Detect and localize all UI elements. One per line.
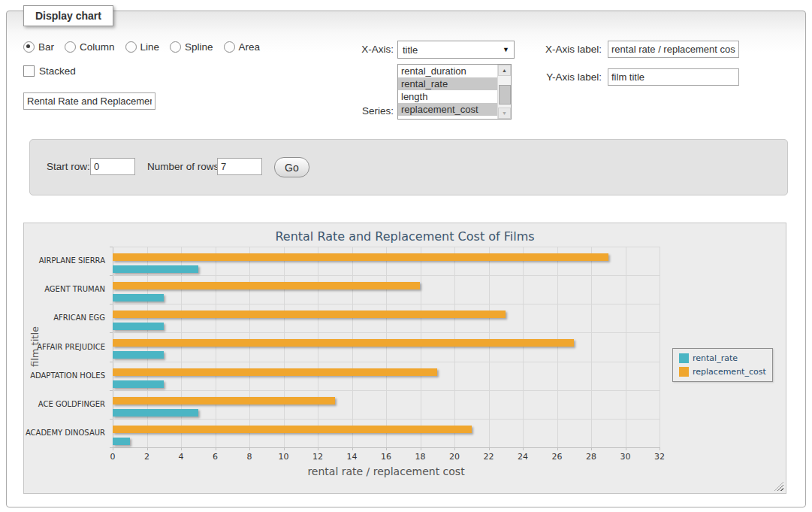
gridline xyxy=(454,247,455,447)
category-tick xyxy=(110,247,113,247)
x-tick-label: 30 xyxy=(620,452,631,462)
radio-icon[interactable] xyxy=(125,41,137,53)
bar-rental_rate[interactable] xyxy=(113,265,198,273)
gridline xyxy=(249,247,250,447)
x-axis-tick xyxy=(216,447,216,450)
legend-item-rental_rate[interactable]: rental_rate xyxy=(679,353,766,363)
x-axis-tick xyxy=(489,447,490,450)
bar-replacement_cost[interactable] xyxy=(113,339,574,347)
gridline xyxy=(113,419,660,420)
x-tick-label: 20 xyxy=(449,452,460,462)
legend-label: rental_rate xyxy=(693,353,738,363)
bar-rental_rate[interactable] xyxy=(113,351,164,359)
bar-replacement_cost[interactable] xyxy=(113,397,335,404)
series-option-rental_duration[interactable]: rental_duration xyxy=(398,65,498,77)
x-axis-tick xyxy=(318,447,318,450)
gridline xyxy=(386,247,387,447)
go-button[interactable]: Go xyxy=(274,157,309,177)
fieldset-legend: Display chart xyxy=(23,5,113,26)
gridline xyxy=(421,247,421,447)
bar-rental_rate[interactable] xyxy=(113,323,164,330)
radio-icon[interactable] xyxy=(23,41,35,53)
radio-icon[interactable] xyxy=(224,41,235,53)
x-axis-tick xyxy=(660,447,660,450)
start-row-input[interactable] xyxy=(90,158,135,175)
radio-label: Bar xyxy=(38,41,54,53)
stacked-checkbox-icon[interactable] xyxy=(23,65,35,77)
chart-type-option-area[interactable]: Area xyxy=(224,41,261,53)
chart-title-input[interactable] xyxy=(23,92,155,110)
category-tick xyxy=(110,362,113,362)
x-tick-label: 22 xyxy=(484,452,494,462)
category-label: ADAPTATION HOLES xyxy=(24,371,105,380)
category-tick xyxy=(110,304,113,304)
stacked-checkbox-row[interactable]: Stacked xyxy=(23,65,76,77)
resize-grip-icon[interactable] xyxy=(774,482,783,491)
y-axis-label-input[interactable] xyxy=(608,68,739,86)
radio-label: Line xyxy=(140,41,160,53)
radio-icon[interactable] xyxy=(65,41,76,53)
radio-label: Column xyxy=(80,41,115,53)
legend-swatch xyxy=(679,367,689,377)
gridline xyxy=(591,247,592,447)
category-tick xyxy=(110,332,113,333)
chart-type-option-line[interactable]: Line xyxy=(125,41,160,53)
category-label: ACE GOLDFINGER xyxy=(24,400,105,408)
gridline xyxy=(489,247,490,447)
bar-rental_rate[interactable] xyxy=(113,294,164,301)
chart-type-option-spline[interactable]: Spline xyxy=(170,41,213,53)
legend-swatch xyxy=(679,353,689,363)
bar-replacement_cost[interactable] xyxy=(113,282,420,289)
x-axis-title: rental rate / replacement cost xyxy=(307,465,464,477)
gridline xyxy=(216,247,216,447)
bar-rental_rate[interactable] xyxy=(113,409,198,417)
x-tick-label: 10 xyxy=(279,452,289,462)
number-of-rows-input[interactable] xyxy=(217,158,262,175)
x-axis-tick xyxy=(591,447,592,450)
series-option-rental_rate[interactable]: rental_rate xyxy=(398,77,498,90)
x-axis-label-input[interactable] xyxy=(608,41,739,58)
x-axis-tick xyxy=(181,447,182,450)
bar-replacement_cost[interactable] xyxy=(113,426,472,433)
x-axis-tick xyxy=(147,447,148,450)
chart-type-option-bar[interactable]: Bar xyxy=(23,41,54,53)
radio-label: Area xyxy=(239,41,261,53)
radio-icon[interactable] xyxy=(170,41,181,53)
gridline xyxy=(660,247,660,447)
gridline xyxy=(523,247,524,447)
x-tick-label: 8 xyxy=(247,452,252,462)
legend-item-replacement_cost[interactable]: replacement_cost xyxy=(679,367,766,377)
x-axis-tick xyxy=(386,447,387,450)
x-axis-tick xyxy=(454,447,455,450)
chart-title: Rental Rate and Replacement Cost of Film… xyxy=(24,229,786,244)
gridline xyxy=(113,275,660,276)
display-chart-page: Display chart BarColumnLineSplineArea St… xyxy=(0,0,812,512)
gridline xyxy=(113,390,660,391)
scroll-down-icon[interactable]: ▼ xyxy=(498,108,511,119)
gridline xyxy=(352,247,353,447)
bar-replacement_cost[interactable] xyxy=(113,253,608,261)
gridline xyxy=(113,332,660,333)
x-tick-label: 0 xyxy=(110,452,116,462)
category-tick xyxy=(110,275,113,276)
scrollbar-thumb[interactable] xyxy=(499,85,511,105)
series-select-label: Series: xyxy=(326,105,394,117)
bar-replacement_cost[interactable] xyxy=(113,311,506,318)
legend-label: replacement_cost xyxy=(693,367,766,377)
chart-type-option-column[interactable]: Column xyxy=(65,41,115,53)
series-option-length[interactable]: length xyxy=(398,90,498,103)
x-axis-tick xyxy=(626,447,626,450)
bar-rental_rate[interactable] xyxy=(113,438,130,445)
series-option-replacement_cost[interactable]: replacement_cost xyxy=(398,103,498,116)
gridline xyxy=(147,247,148,447)
category-label: AFRICAN EGG xyxy=(24,314,105,322)
bar-rental_rate[interactable] xyxy=(113,380,164,388)
gridline xyxy=(113,247,660,247)
x-tick-label: 6 xyxy=(213,452,218,462)
x-axis-tick xyxy=(284,447,285,450)
bar-replacement_cost[interactable] xyxy=(113,368,437,376)
row-range-panel: Start row: Number of rows: Go xyxy=(29,139,788,195)
category-tick xyxy=(110,419,113,420)
x-tick-label: 24 xyxy=(518,452,528,462)
category-tick xyxy=(110,390,113,391)
